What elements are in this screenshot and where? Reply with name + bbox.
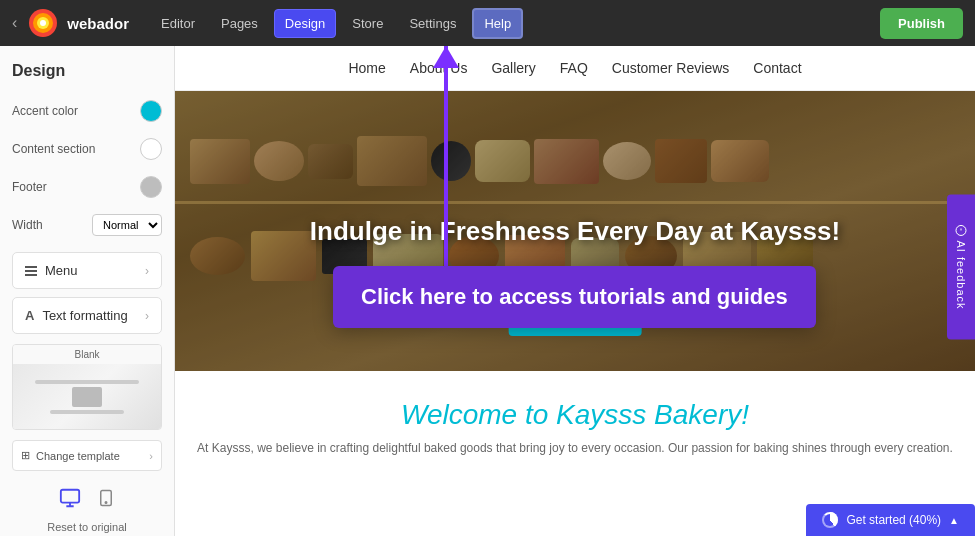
thumb-bar-1 <box>35 380 139 384</box>
sidebar: Design Accent color Content section Foot… <box>0 46 175 536</box>
menu-chevron-icon: › <box>145 264 149 278</box>
menu-section-label: Menu <box>45 263 78 278</box>
publish-button[interactable]: Publish <box>880 8 963 39</box>
width-field: Width Normal Wide Full <box>12 214 162 236</box>
welcome-section: Welcome to Kaysss Bakery! At Kaysss, we … <box>175 379 975 477</box>
ai-icon <box>955 224 967 236</box>
get-started-bar[interactable]: Get started (40%) ▲ <box>806 504 975 536</box>
text-chevron-icon: › <box>145 309 149 323</box>
hero-headline: Indulge in Freshness Every Day at Kaysss… <box>310 216 840 247</box>
grid-icon: ⊞ <box>21 449 30 462</box>
text-formatting-label: Text formatting <box>42 308 127 323</box>
site-nav-contact[interactable]: Contact <box>753 60 801 76</box>
svg-rect-4 <box>61 490 79 503</box>
nav-editor[interactable]: Editor <box>151 10 205 37</box>
nav-design[interactable]: Design <box>274 9 336 38</box>
ai-feedback-label: AI feedback <box>955 240 967 309</box>
top-navbar: ‹ webador Editor Pages Design Store Sett… <box>0 0 975 46</box>
site-nav-home[interactable]: Home <box>348 60 385 76</box>
site-nav-about[interactable]: About Us <box>410 60 468 76</box>
logo-icon <box>27 7 59 39</box>
chevron-up-icon: ▲ <box>949 515 959 526</box>
nav-help[interactable]: Help <box>472 8 523 39</box>
content-section-label: Content section <box>12 142 95 156</box>
template-preview: Blank <box>12 344 162 430</box>
svg-point-6 <box>105 502 107 504</box>
hero-section: Indulge in Freshness Every Day at Kaysss… <box>175 91 975 371</box>
template-label: Blank <box>13 345 161 364</box>
template-thumbnail <box>13 364 161 429</box>
mobile-icon[interactable] <box>97 487 115 513</box>
back-button[interactable]: ‹ <box>12 14 17 32</box>
device-icons <box>12 487 162 513</box>
ai-feedback-button[interactable]: AI feedback <box>947 194 975 339</box>
welcome-text: At Kaysss, we believe in crafting deligh… <box>195 439 955 457</box>
site-nav-faq[interactable]: FAQ <box>560 60 588 76</box>
nav-store[interactable]: Store <box>342 10 393 37</box>
ai-feedback-container: AI feedback <box>947 194 975 339</box>
footer-label: Footer <box>12 180 47 194</box>
footer-color-picker[interactable] <box>140 176 162 198</box>
site-nav-gallery[interactable]: Gallery <box>491 60 535 76</box>
website-preview: Home About Us Gallery FAQ Customer Revie… <box>175 46 975 536</box>
text-formatting-section-item[interactable]: A Text formatting › <box>12 297 162 334</box>
progress-indicator <box>822 512 838 528</box>
reset-link[interactable]: Reset to original <box>12 521 162 533</box>
get-started-label: Get started (40%) <box>846 513 941 527</box>
content-section-field: Content section <box>12 138 162 160</box>
desktop-icon[interactable] <box>59 487 81 513</box>
thumb-image <box>72 387 102 407</box>
accent-color-picker[interactable] <box>140 100 162 122</box>
welcome-title: Welcome to Kaysss Bakery! <box>195 399 955 431</box>
width-label: Width <box>12 218 43 232</box>
sidebar-title: Design <box>12 62 162 80</box>
change-template-label: Change template <box>36 450 120 462</box>
nav-pages[interactable]: Pages <box>211 10 268 37</box>
text-format-icon: A <box>25 308 34 323</box>
main-content: Home About Us Gallery FAQ Customer Revie… <box>175 46 975 536</box>
site-nav-reviews[interactable]: Customer Reviews <box>612 60 729 76</box>
accent-color-field: Accent color <box>12 100 162 122</box>
menu-icon <box>25 266 37 276</box>
footer-field: Footer <box>12 176 162 198</box>
main-layout: Design Accent color Content section Foot… <box>0 46 975 536</box>
logo-text: webador <box>67 15 129 32</box>
tooltip-box[interactable]: Click here to access tutorials and guide… <box>333 266 816 328</box>
content-color-picker[interactable] <box>140 138 162 160</box>
nav-settings[interactable]: Settings <box>399 10 466 37</box>
width-select[interactable]: Normal Wide Full <box>92 214 162 236</box>
thumb-bar-2 <box>50 410 124 414</box>
accent-color-label: Accent color <box>12 104 78 118</box>
menu-section-item[interactable]: Menu › <box>12 252 162 289</box>
site-navigation: Home About Us Gallery FAQ Customer Revie… <box>175 46 975 91</box>
change-template-arrow: › <box>149 450 153 462</box>
logo-area: webador <box>27 7 129 39</box>
change-template-button[interactable]: ⊞ Change template › <box>12 440 162 471</box>
svg-point-3 <box>40 20 46 26</box>
